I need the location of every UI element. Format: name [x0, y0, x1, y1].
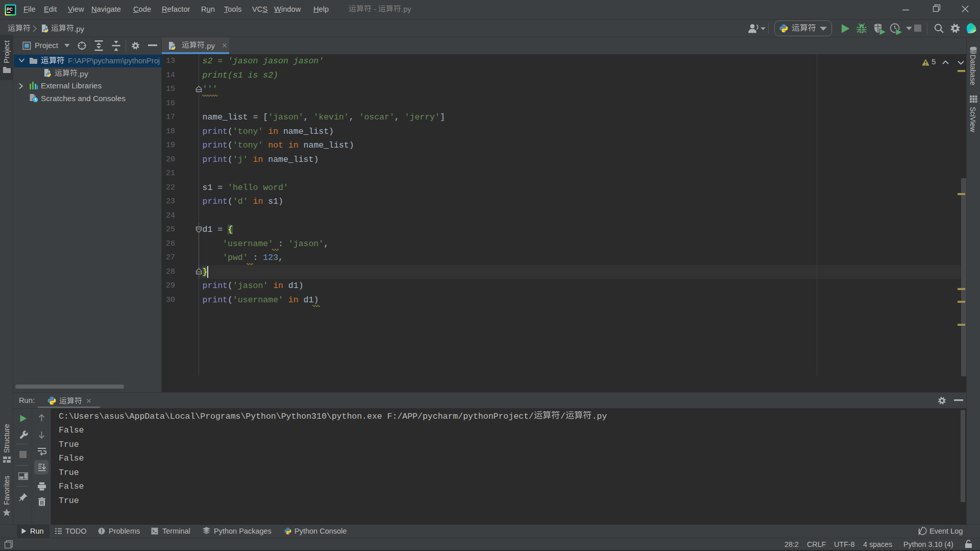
- svg-text:PC: PC: [7, 7, 12, 12]
